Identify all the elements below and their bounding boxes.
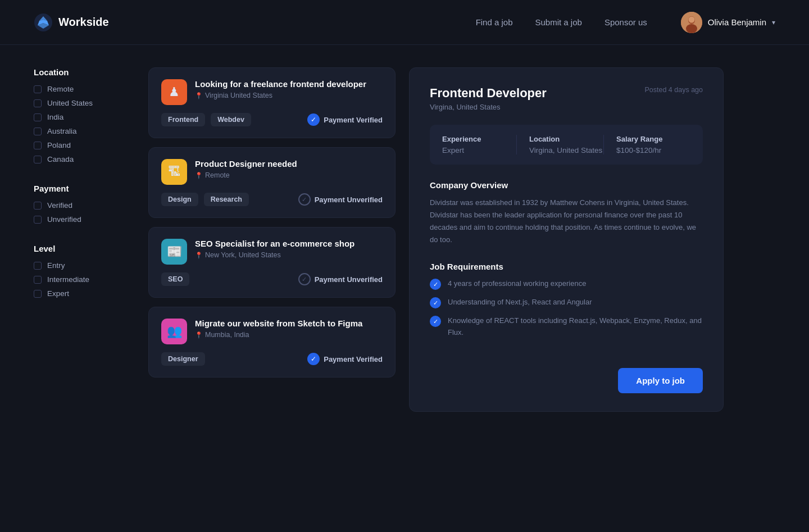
nav-sponsor-us[interactable]: Sponsor us: [605, 17, 647, 27]
nav-find-job[interactable]: Find a job: [476, 17, 513, 27]
level-filter-item[interactable]: Expert: [34, 289, 135, 298]
user-menu[interactable]: Olivia Benjamin ▾: [681, 12, 775, 33]
job-title: Product Designer needed: [195, 159, 297, 169]
location-filter-item[interactable]: Remote: [34, 85, 135, 93]
sidebar: Location RemoteUnited StatesIndiaAustral…: [34, 67, 135, 412]
job-title: SEO Specialist for an e-commerce shop: [195, 239, 354, 248]
job-location: 📍 New York, United States: [195, 251, 354, 259]
location-filter-item[interactable]: Australia: [34, 127, 135, 135]
job-card[interactable]: 🏗 Product Designer needed 📍 Remote Desig…: [148, 147, 396, 218]
location-label: Remote: [47, 85, 74, 93]
job-card-header: ♟ Looking for a freelance frontend devel…: [161, 79, 383, 105]
payment-filter: Payment VerifiedUnverified: [34, 184, 135, 224]
location-checkbox[interactable]: [34, 142, 42, 149]
job-card[interactable]: 📰 SEO Specialist for an e-commerce shop …: [148, 227, 396, 298]
payment-filter-item[interactable]: Verified: [34, 201, 135, 210]
location-checkbox[interactable]: [34, 113, 42, 121]
level-filter-item[interactable]: Intermediate: [34, 275, 135, 284]
location-filter: Location RemoteUnited StatesIndiaAustral…: [34, 67, 135, 163]
avatar: [681, 12, 702, 33]
apply-button[interactable]: Apply to job: [618, 368, 703, 393]
location-checkbox[interactable]: [34, 99, 42, 107]
payment-unverified-icon: ✓: [298, 193, 311, 206]
location-label: Location: [529, 135, 603, 143]
location-label: India: [47, 113, 63, 121]
job-logo: ♟: [161, 79, 187, 105]
nav-submit-job[interactable]: Submit a job: [535, 17, 582, 27]
requirement-check-icon: ✓: [430, 297, 441, 308]
user-name: Olivia Benjamin: [708, 17, 766, 27]
level-label: Intermediate: [47, 275, 89, 284]
payment-badge: ✓ Payment Unverified: [298, 273, 383, 285]
pin-icon: 📍: [195, 331, 203, 339]
level-filter-title: Level: [34, 244, 135, 253]
job-card-footer: Designer ✓ Payment Verified: [161, 352, 383, 366]
job-info: Looking for a freelance frontend develop…: [195, 79, 366, 99]
location-checkbox[interactable]: [34, 85, 42, 93]
location-filter-item[interactable]: India: [34, 113, 135, 121]
level-filter: Level EntryIntermediateExpert: [34, 244, 135, 298]
job-tag: Research: [204, 193, 249, 206]
payment-verified-icon: ✓: [307, 113, 320, 126]
job-logo: 📰: [161, 239, 187, 265]
apply-btn-container: Apply to job: [430, 368, 703, 393]
payment-unverified-icon: ✓: [298, 273, 311, 285]
payment-checkbox[interactable]: [34, 202, 42, 210]
requirement-check-icon: ✓: [430, 316, 441, 327]
location-filter-item[interactable]: Canada: [34, 155, 135, 163]
payment-checkbox[interactable]: [34, 216, 42, 224]
location-label: Poland: [47, 141, 71, 149]
main-content: Location RemoteUnited StatesIndiaAustral…: [0, 45, 809, 434]
job-card-header: 📰 SEO Specialist for an e-commerce shop …: [161, 239, 383, 265]
brand: Workside: [34, 13, 476, 32]
requirement-text: 4 years of professional working experien…: [448, 278, 586, 290]
pin-icon: 📍: [195, 252, 203, 259]
job-card[interactable]: 👥 Migrate our website from Sketch to Fig…: [148, 307, 396, 378]
salary-value: $100-$120/hr: [616, 146, 690, 154]
job-card-footer: FrontendWebdev ✓ Payment Verified: [161, 113, 383, 126]
job-card-footer: DesignResearch ✓ Payment Unverified: [161, 193, 383, 206]
location-filter-title: Location: [34, 67, 135, 77]
level-checkbox[interactable]: [34, 262, 42, 270]
requirement-item: ✓4 years of professional working experie…: [430, 278, 703, 290]
requirement-text: Understanding of Next.js, React and Angu…: [448, 297, 592, 308]
payment-verified-icon: ✓: [307, 353, 320, 365]
detail-posted: Posted 4 days ago: [644, 86, 703, 94]
brand-icon: [34, 13, 53, 32]
company-overview-title: Company Overview: [430, 180, 703, 190]
location-checkbox[interactable]: [34, 156, 42, 163]
requirement-item: ✓Understanding of Next.js, React and Ang…: [430, 297, 703, 308]
salary-stat: Salary Range $100-$120/hr: [603, 135, 690, 154]
location-filter-item[interactable]: United States: [34, 99, 135, 107]
location-label: Australia: [47, 127, 77, 135]
location-checkbox[interactable]: [34, 128, 42, 135]
navbar: Workside Find a job Submit a job Sponsor…: [0, 0, 809, 45]
job-info: Migrate our website from Sketch to Figma…: [195, 319, 362, 339]
job-title: Migrate our website from Sketch to Figma: [195, 319, 362, 328]
job-card[interactable]: ♟ Looking for a freelance frontend devel…: [148, 67, 396, 138]
payment-label: Payment Verified: [324, 116, 383, 124]
job-tag: Design: [161, 193, 198, 206]
job-tag: SEO: [161, 272, 189, 286]
level-checkbox[interactable]: [34, 290, 42, 298]
svg-point-3: [686, 24, 697, 33]
brand-name: Workside: [58, 16, 109, 29]
level-checkbox[interactable]: [34, 276, 42, 284]
pin-icon: 📍: [195, 92, 203, 99]
location-filter-item[interactable]: Poland: [34, 141, 135, 149]
job-info: SEO Specialist for an e-commerce shop 📍 …: [195, 239, 354, 259]
requirement-item: ✓Knowledge of REACT tools including Reac…: [430, 315, 703, 339]
payment-filter-item[interactable]: Unverified: [34, 215, 135, 224]
job-tag: Frontend: [161, 113, 205, 126]
job-location: 📍 Virginia United States: [195, 92, 366, 99]
payment-label: Payment Unverified: [315, 195, 383, 204]
job-card-header: 👥 Migrate our website from Sketch to Fig…: [161, 319, 383, 344]
experience-stat: Experience Expert: [442, 135, 516, 154]
job-info: Product Designer needed 📍 Remote: [195, 159, 297, 179]
detail-title: Frontend Developer: [430, 86, 547, 101]
level-filter-item[interactable]: Entry: [34, 261, 135, 270]
level-label: Entry: [47, 261, 65, 270]
location-stat: Location Virgina, United States: [516, 135, 603, 154]
salary-label: Salary Range: [616, 135, 690, 143]
job-location: 📍 Remote: [195, 171, 297, 179]
